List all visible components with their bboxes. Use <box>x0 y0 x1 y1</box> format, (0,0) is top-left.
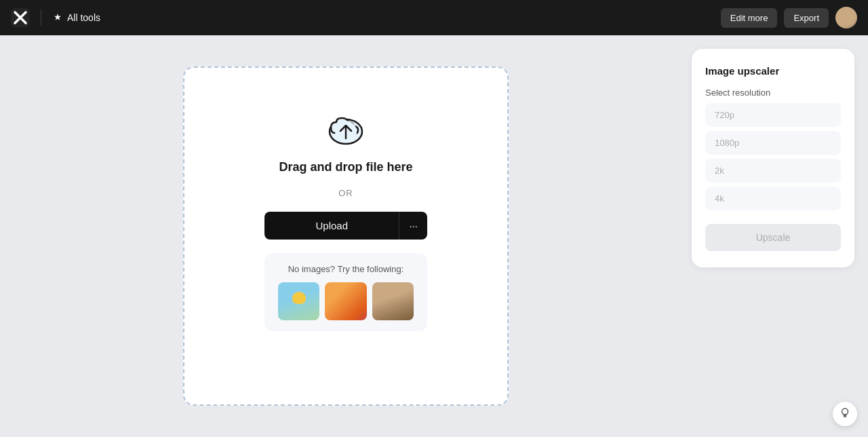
upload-button[interactable]: Upload <box>264 212 399 240</box>
cloud-upload-icon <box>321 109 370 149</box>
drag-drop-text: Drag and drop file here <box>279 160 412 174</box>
resolution-1080p[interactable]: 1080p <box>705 131 841 155</box>
upload-button-row: Upload ··· <box>264 212 427 240</box>
upscale-button[interactable]: Upscale <box>705 224 841 251</box>
sample-thumb-person[interactable] <box>372 282 414 320</box>
alltools-label: All tools <box>67 12 100 23</box>
select-resolution-label: Select resolution <box>705 88 841 98</box>
sample-images-row <box>278 282 414 320</box>
alltools-nav[interactable]: All tools <box>52 12 100 23</box>
sample-images-box: No images? Try the following: <box>264 253 427 331</box>
right-panel: Image upscaler Select resolution 720p 10… <box>692 49 854 267</box>
sample-thumb-food[interactable] <box>325 282 366 320</box>
thumb-bird-image <box>278 282 319 320</box>
sample-thumb-bird[interactable] <box>278 282 319 320</box>
upload-card[interactable]: Drag and drop file here OR Upload ··· No… <box>183 66 509 406</box>
resolution-720p[interactable]: 720p <box>705 103 841 127</box>
panel-title: Image upscaler <box>705 65 841 77</box>
edit-more-button[interactable]: Edit more <box>721 8 778 28</box>
svg-point-6 <box>842 408 848 415</box>
avatar[interactable] <box>835 7 857 28</box>
main-area: Drag and drop file here OR Upload ··· No… <box>0 35 868 437</box>
resolution-2k[interactable]: 2k <box>705 159 841 183</box>
sample-label: No images? Try the following: <box>278 264 414 274</box>
lightbulb-icon <box>839 406 851 421</box>
topbar-actions: Edit more Export <box>721 7 857 28</box>
topbar-divider <box>41 10 41 26</box>
resolution-options: 720p 1080p 2k 4k <box>705 103 841 210</box>
export-button[interactable]: Export <box>784 8 829 28</box>
avatar-image <box>835 7 857 28</box>
logo[interactable] <box>11 8 30 27</box>
thumb-food-image <box>325 282 366 320</box>
or-divider: OR <box>338 188 353 198</box>
resolution-4k[interactable]: 4k <box>705 187 841 210</box>
upload-more-button[interactable]: ··· <box>399 212 427 240</box>
logo-icon <box>11 8 30 27</box>
center-area: Drag and drop file here OR Upload ··· No… <box>0 35 692 437</box>
sparkle-icon <box>52 12 63 23</box>
topbar: All tools Edit more Export <box>0 0 868 35</box>
help-button[interactable] <box>833 402 857 426</box>
thumb-person-image <box>372 282 414 320</box>
upload-icon-wrapper: Drag and drop file here <box>279 109 412 174</box>
upload-more-icon: ··· <box>409 220 418 231</box>
